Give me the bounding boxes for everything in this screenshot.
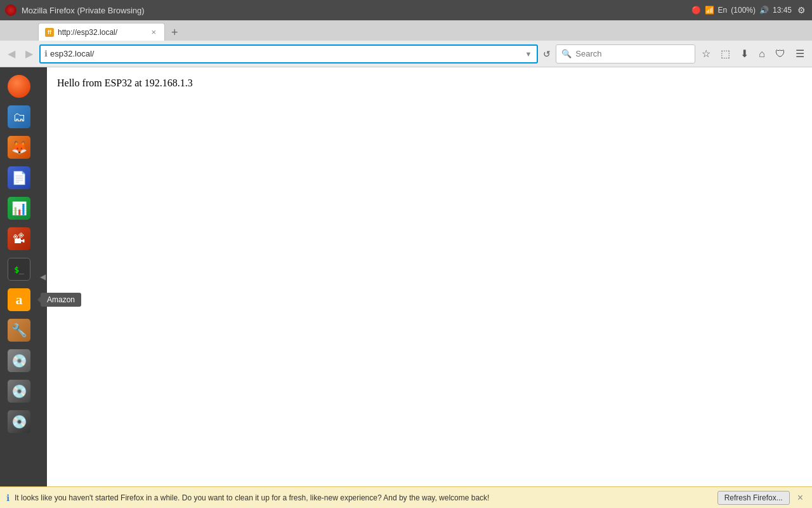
clock: 13:45 xyxy=(773,6,792,15)
sidebar-item-files[interactable]: 🗂 xyxy=(5,103,33,131)
sidebar-item-firefox[interactable]: 🦊 xyxy=(5,133,33,161)
tab-active[interactable]: ff http://esp32.local/ × xyxy=(38,23,165,41)
impress-icon: 📽 xyxy=(8,227,30,250)
sidebar-item-disk2[interactable]: 💿 xyxy=(5,377,33,405)
tab-close-button[interactable]: × xyxy=(149,27,158,37)
menu-button[interactable]: ☰ xyxy=(792,45,808,62)
settings-icon: 🔧 xyxy=(8,319,30,342)
notification-bar: ℹ It looks like you haven't started Fire… xyxy=(0,486,812,508)
forward-button[interactable]: ▶ xyxy=(22,45,37,62)
tab-title: http://esp32.local/ xyxy=(58,28,145,37)
new-tab-button[interactable]: + xyxy=(167,25,182,41)
search-bar: 🔍 xyxy=(556,44,695,64)
titlebar: Mozilla Firefox (Private Browsing) 🔴 📶 E… xyxy=(0,0,812,20)
disk1-icon: 💿 xyxy=(8,349,30,372)
download-button[interactable]: ⬇ xyxy=(737,45,752,62)
window-title: Mozilla Firefox (Private Browsing) xyxy=(22,6,686,15)
shield-button[interactable]: 🛡 xyxy=(771,46,789,62)
search-input[interactable] xyxy=(575,49,677,58)
firefox-icon: 🦊 xyxy=(8,136,30,159)
url-dropdown-button[interactable]: ▼ xyxy=(523,50,533,58)
main-layout: 🗂 🦊 📄 📊 📽 $_ a Amazon 🔧 xyxy=(0,67,812,486)
private-browsing-icon xyxy=(5,4,16,16)
ubuntu-icon xyxy=(8,75,30,98)
keyboard-layout: En xyxy=(718,6,728,15)
amazon-icon: a xyxy=(8,288,30,311)
notification-info-icon: ℹ xyxy=(6,493,10,503)
battery-status: (100%) xyxy=(731,6,756,15)
url-info-icon[interactable]: ℹ xyxy=(44,49,48,58)
disk3-icon: 💿 xyxy=(8,410,30,433)
sidebar-item-impress[interactable]: 📽 xyxy=(5,225,33,253)
page-content: Hello from ESP32 at 192.168.1.3 xyxy=(47,67,812,486)
wifi-icon: 📶 xyxy=(705,6,714,15)
terminal-icon: $_ xyxy=(8,258,30,281)
sidebar-item-disk3[interactable]: 💿 xyxy=(5,408,33,436)
sidebar-item-settings[interactable]: 🔧 xyxy=(5,316,33,344)
back-button[interactable]: ◀ xyxy=(4,45,19,62)
sidebar: 🗂 🦊 📄 📊 📽 $_ a Amazon 🔧 xyxy=(0,67,38,486)
files-icon: 🗂 xyxy=(8,105,30,128)
volume-icon: 🔊 xyxy=(759,6,769,15)
bookmark-button[interactable]: ☆ xyxy=(698,45,714,62)
disk2-icon: 💿 xyxy=(8,380,30,403)
url-input[interactable] xyxy=(50,49,521,58)
sidebar-item-calc[interactable]: 📊 xyxy=(5,194,33,222)
notification-text: It looks like you haven't started Firefo… xyxy=(15,493,712,502)
refresh-firefox-button[interactable]: Refresh Firefox... xyxy=(717,491,790,505)
page-body-text: Hello from ESP32 at 192.168.1.3 xyxy=(57,77,802,89)
sidebar-item-ubuntu[interactable] xyxy=(5,72,33,100)
tab-favicon: ff xyxy=(45,28,54,37)
sidebar-item-terminal[interactable]: $_ xyxy=(5,255,33,283)
calc-icon: 📊 xyxy=(8,197,30,220)
reload-button[interactable]: ↺ xyxy=(540,48,553,60)
network-offline-icon: 🔴 xyxy=(691,6,701,15)
sidebar-collapse-button[interactable]: ◀ xyxy=(38,67,47,486)
search-icon: 🔍 xyxy=(561,49,572,58)
screenshot-button[interactable]: ⬚ xyxy=(717,45,734,62)
writer-icon: 📄 xyxy=(8,166,30,189)
navbar: ◀ ▶ ℹ ▼ ↺ 🔍 ☆ ⬚ ⬇ ⌂ 🛡 ☰ xyxy=(0,41,812,67)
sidebar-item-writer[interactable]: 📄 xyxy=(5,164,33,192)
sidebar-item-amazon[interactable]: a Amazon xyxy=(5,286,33,314)
notification-close-button[interactable]: × xyxy=(795,492,806,504)
tabbar: ff http://esp32.local/ × + xyxy=(0,20,812,41)
sidebar-item-disk1[interactable]: 💿 xyxy=(5,347,33,375)
home-button[interactable]: ⌂ xyxy=(755,46,769,62)
system-tray: 🔴 📶 En (100%) 🔊 13:45 ⚙ xyxy=(691,4,807,16)
system-settings-btn[interactable]: ⚙ xyxy=(796,4,807,16)
url-bar: ℹ ▼ xyxy=(39,44,538,64)
